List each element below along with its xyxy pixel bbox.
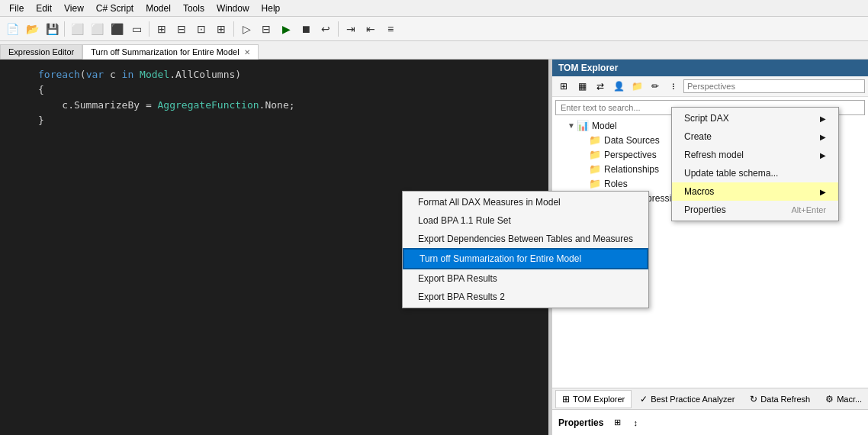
menu-edit[interactable]: Edit xyxy=(30,2,58,15)
ctx-export-bpa[interactable]: Export BPA Results xyxy=(403,269,648,288)
tree-model-label: Model xyxy=(592,121,617,131)
tom-toolbar: ⊞ ▦ ⇄ 👤 📁 ✏ ⫶ xyxy=(552,76,868,97)
ctx-update-table[interactable]: Update table schema... xyxy=(672,164,838,182)
code-line-3: c.SummarizeBy = AggregateFunction.None; xyxy=(8,98,541,113)
bottom-tab-macros[interactable]: ⚙ Macr... xyxy=(818,390,868,408)
ctx-properties[interactable]: Properties Alt+Enter xyxy=(672,201,838,219)
menu-model[interactable]: Model xyxy=(140,2,177,15)
properties-panel: Properties ⊞ ↕ xyxy=(552,409,868,435)
new-file-btn[interactable]: 📄 xyxy=(3,20,21,38)
tree-roles-icon: 📁 xyxy=(589,178,601,189)
bpa-tab-icon: ✓ xyxy=(640,394,648,404)
refresh-tab-icon: ↻ xyxy=(750,394,757,404)
tom-col-btn[interactable]: ⫶ xyxy=(665,78,682,95)
ctx-refresh-arrow: ▶ xyxy=(820,151,826,160)
menu-file[interactable]: File xyxy=(3,2,30,15)
btn13[interactable]: ≡ xyxy=(381,20,400,38)
tabbar: Expression Editor Turn off Summarization… xyxy=(0,41,868,60)
tab-turn-off-summarization[interactable]: Turn off Summarization for Entire Model … xyxy=(82,44,258,60)
tom-explorer-header: TOM Explorer xyxy=(552,60,868,76)
tom-folder-btn[interactable]: 📁 xyxy=(628,78,645,95)
open-file-btn[interactable]: 📂 xyxy=(23,20,41,38)
ctx-create[interactable]: Create ▶ xyxy=(672,127,838,146)
tree-ds-label: Data Sources xyxy=(604,135,660,146)
code-line-2: { xyxy=(8,82,541,98)
btn10[interactable]: ⊟ xyxy=(257,20,275,38)
menu-window[interactable]: Window xyxy=(211,2,256,15)
tom-role-btn[interactable]: 👤 xyxy=(610,78,627,95)
ctx-format-dax[interactable]: Format All DAX Measures in Model xyxy=(403,193,648,211)
bottom-tab-macros-label: Macr... xyxy=(837,395,862,404)
menu-view[interactable]: View xyxy=(58,2,90,15)
properties-label: Properties xyxy=(558,417,603,428)
right-context-menu: Script DAX ▶ Create ▶ Refresh model ▶ Up… xyxy=(671,107,839,221)
tab-expression-label: Expression Editor xyxy=(8,47,74,56)
tom-edit-btn[interactable]: ✏ xyxy=(647,78,664,95)
tree-persp-label: Perspectives xyxy=(604,150,657,160)
btn1[interactable]: ⬜ xyxy=(68,20,86,38)
ctx-macros-arrow: ▶ xyxy=(820,188,826,196)
btn8[interactable]: ⊞ xyxy=(212,20,230,38)
tom-tab-icon: ⊞ xyxy=(562,394,570,404)
tree-ds-icon: 📁 xyxy=(589,134,601,146)
btn3[interactable]: ⬛ xyxy=(108,20,126,38)
perspectives-dropdown[interactable] xyxy=(683,79,865,93)
bottom-tab-bpa[interactable]: ✓ Best Practice Analyzer xyxy=(633,390,741,408)
btn5[interactable]: ⊞ xyxy=(153,20,171,38)
bottom-tabs: ⊞ TOM Explorer ✓ Best Practice Analyzer … xyxy=(552,388,868,409)
tree-roles-label: Roles xyxy=(604,179,628,189)
bottom-tab-bpa-label: Best Practice Analyzer xyxy=(651,395,735,404)
stop-btn[interactable]: ⏹ xyxy=(297,20,315,38)
props-icon-1[interactable]: ⊞ xyxy=(609,415,625,430)
bottom-tab-refresh[interactable]: ↻ Data Refresh xyxy=(743,390,817,408)
properties-icons: ⊞ ↕ xyxy=(609,415,643,430)
ctx-export-deps[interactable]: Export Dependencies Between Tables and M… xyxy=(403,230,648,248)
btn12[interactable]: ⇤ xyxy=(362,20,380,38)
btn11[interactable]: ⇥ xyxy=(342,20,360,38)
ctx-export-bpa2[interactable]: Export BPA Results 2 xyxy=(403,288,648,306)
sep1 xyxy=(64,21,65,37)
tree-rel-icon: 📁 xyxy=(589,163,601,175)
tom-table-btn[interactable]: ⊞ xyxy=(555,78,572,95)
tab-expression-editor[interactable]: Expression Editor xyxy=(0,44,82,59)
bottom-tab-tom[interactable]: ⊞ TOM Explorer xyxy=(555,390,632,408)
ctx-script-dax[interactable]: Script DAX ▶ xyxy=(672,109,838,127)
ctx-create-arrow: ▶ xyxy=(820,133,826,141)
tab-summarization-label: Turn off Summarization for Entire Model xyxy=(91,47,239,56)
bottom-tab-tom-label: TOM Explorer xyxy=(573,395,625,404)
ctx-script-dax-arrow: ▶ xyxy=(820,114,826,123)
props-icon-2[interactable]: ↕ xyxy=(628,415,643,430)
ctx-macros[interactable]: Macros ▶ xyxy=(672,182,838,201)
sep3 xyxy=(233,21,234,37)
tree-model-icon: 📊 xyxy=(577,120,589,131)
btn2[interactable]: ⬜ xyxy=(88,20,106,38)
menu-tools[interactable]: Tools xyxy=(177,2,211,15)
tom-explorer-title: TOM Explorer xyxy=(558,63,618,73)
save-btn[interactable]: 💾 xyxy=(43,20,61,38)
tab-close-btn[interactable]: ✕ xyxy=(244,48,250,56)
ctx-turn-off-summarization[interactable]: Turn off Summarization for Entire Model xyxy=(403,248,648,269)
bottom-tab-refresh-label: Data Refresh xyxy=(760,395,810,404)
sep4 xyxy=(338,21,339,37)
tree-persp-icon: 📁 xyxy=(589,149,601,160)
code-line-4: } xyxy=(8,113,541,128)
btn4[interactable]: ▭ xyxy=(127,20,146,38)
tom-rel-btn[interactable]: ⇄ xyxy=(592,78,609,95)
ctx-refresh-model[interactable]: Refresh model ▶ xyxy=(672,146,838,164)
macros-tab-icon: ⚙ xyxy=(825,394,834,404)
sep2 xyxy=(149,21,149,37)
menubar: File Edit View C# Script Model Tools Win… xyxy=(0,0,868,17)
tom-grid-btn[interactable]: ▦ xyxy=(574,78,590,95)
ctx-properties-shortcut: Alt+Enter xyxy=(791,205,826,214)
run-btn[interactable]: ▶ xyxy=(277,20,295,38)
menu-help[interactable]: Help xyxy=(256,2,287,15)
tree-rel-label: Relationships xyxy=(604,164,659,175)
undo-btn[interactable]: ↩ xyxy=(317,20,335,38)
btn7[interactable]: ⊡ xyxy=(192,20,211,38)
ctx-load-bpa[interactable]: Load BPA 1.1 Rule Set xyxy=(403,211,648,230)
menu-csharp[interactable]: C# Script xyxy=(90,2,140,15)
main-context-menu: Format All DAX Measures in Model Load BP… xyxy=(402,191,649,308)
code-line-1: foreach(var c in Model.AllColumns) xyxy=(8,67,541,82)
btn9[interactable]: ▷ xyxy=(237,20,256,38)
btn6[interactable]: ⊟ xyxy=(172,20,191,38)
